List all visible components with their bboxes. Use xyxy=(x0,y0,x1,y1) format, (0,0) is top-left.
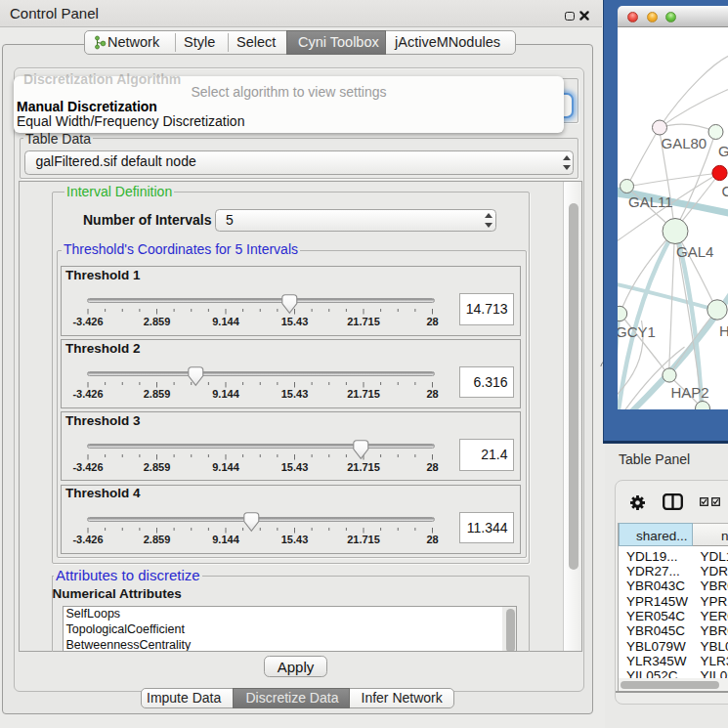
svg-text:HAP2: HAP2 xyxy=(670,384,708,401)
svg-text:GCY1: GCY1 xyxy=(618,323,656,340)
svg-text:CY: CY xyxy=(721,183,728,199)
svg-text:GAL80: GAL80 xyxy=(661,135,707,151)
svg-text:GA: GA xyxy=(718,143,728,159)
svg-text:GAL11: GAL11 xyxy=(628,193,673,210)
svg-text:GAL4: GAL4 xyxy=(676,243,713,260)
svg-text:HA: HA xyxy=(719,322,728,339)
